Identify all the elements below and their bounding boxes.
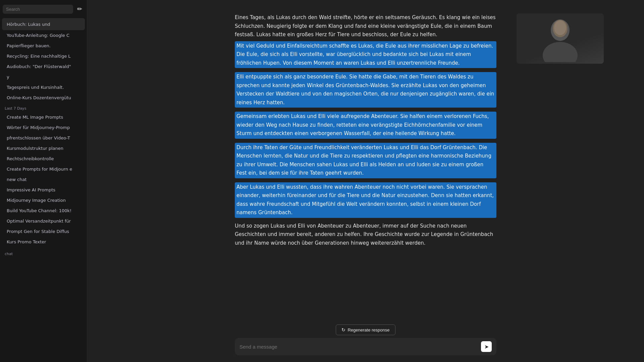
sidebar-item-build-youtube[interactable]: Build YouTube Channel: 100k! bbox=[2, 205, 85, 216]
sidebar-section-last7: Last 7 Days Create ML Image Prompts Wört… bbox=[0, 103, 87, 247]
sidebar-item-label: Build YouTube Channel: 100k! bbox=[7, 208, 71, 213]
svg-point-1 bbox=[543, 42, 578, 62]
delete-item-button[interactable]: 🗑 bbox=[74, 21, 80, 27]
chat-text-4-highlighted: Gemeinsam erlebten Lukas und Elli viele … bbox=[235, 112, 496, 139]
chat-text-2-highlighted: Mit viel Geduld und Einfallsreichtum sch… bbox=[235, 41, 496, 68]
sidebar-item-label: Prompt Gen for Stable Diffus bbox=[7, 229, 69, 234]
sidebar-item-rechtschreib[interactable]: Rechtschreibkontrolle bbox=[2, 154, 85, 164]
sidebar-item-label: Online-Kurs Dozentenvergütu bbox=[7, 95, 71, 100]
sidebar-item-label: Hörbuch: Lukas und bbox=[7, 22, 50, 27]
sidebar-item-recycling[interactable]: Recycling: Eine nachhaltige L bbox=[2, 51, 85, 61]
sidebar-item-label: y bbox=[7, 74, 9, 79]
edit-item-button[interactable]: ✏ bbox=[62, 21, 68, 27]
chat-text-5: Durch ihre Taten der Güte und Freundlich… bbox=[236, 143, 495, 178]
sidebar-item-audiobuch-lukas[interactable]: Hörbuch: Lukas und ✏ ↑ 🗑 bbox=[2, 18, 85, 30]
sidebar-item-label: Papierflieger bauen. bbox=[7, 43, 51, 48]
sidebar-top: ✏ bbox=[0, 0, 87, 17]
sidebar-item-label: Kurs Promo Texter bbox=[7, 239, 46, 244]
sidebar-item-label: YouTube-Anleitung: Google C bbox=[7, 33, 69, 38]
sidebar-item-label: Create ML Image Prompts bbox=[7, 115, 63, 120]
sidebar-item-new-chat[interactable]: new chat bbox=[2, 174, 85, 185]
sidebar-list: Hörbuch: Lukas und ✏ ↑ 🗑 YouTube-Anleitu… bbox=[0, 17, 87, 362]
sidebar-item-online-kurs[interactable]: Online-Kurs Dozentenvergütu bbox=[2, 93, 85, 103]
search-input[interactable] bbox=[6, 7, 70, 12]
sidebar-item-label: pfrentschlossen über Video-T bbox=[7, 135, 70, 140]
sidebar-item-create-ml[interactable]: Create ML Image Prompts bbox=[2, 112, 85, 122]
edit-icon: ✏ bbox=[77, 5, 82, 13]
sidebar-item-label: Impressive AI Prompts bbox=[7, 187, 55, 192]
sidebar-item-label: Rechtschreibkontrolle bbox=[7, 156, 54, 161]
chat-text-3: Elli entpuppte sich als ganz besondere E… bbox=[236, 73, 495, 107]
message-input-wrap: ➤ bbox=[235, 338, 496, 355]
send-icon: ➤ bbox=[484, 344, 489, 350]
message-input[interactable] bbox=[239, 344, 478, 350]
chat-paragraph-4: Gemeinsam erlebten Lukas und Elli viele … bbox=[235, 112, 496, 141]
refresh-icon: ↻ bbox=[341, 327, 345, 333]
svg-point-3 bbox=[554, 20, 566, 35]
new-chat-button[interactable]: ✏ bbox=[75, 3, 84, 15]
chat-text-6-highlighted: Aber Lukas und Elli wussten, dass ihre w… bbox=[235, 182, 496, 218]
search-input-wrap[interactable] bbox=[3, 5, 73, 14]
chat-text-6: Aber Lukas und Elli wussten, dass ihre w… bbox=[236, 183, 495, 217]
sidebar-item-impressive-ai[interactable]: Impressive AI Prompts bbox=[2, 185, 85, 195]
sidebar-item-kurs-promo[interactable]: Kurs Promo Texter bbox=[2, 237, 85, 247]
sidebar-item-label: Kursmodulstruktur planen bbox=[7, 146, 63, 151]
sidebar-item-tagespreis[interactable]: Tagespreis und Kursinhalt. bbox=[2, 82, 85, 93]
sidebar-item-label: Tagespreis und Kursinhalt. bbox=[7, 85, 64, 90]
sidebar-item-y[interactable]: y bbox=[2, 72, 85, 82]
person-video-feed bbox=[517, 13, 604, 64]
sidebar-item-create-prompts[interactable]: Create Prompts for Midjourn e bbox=[2, 164, 85, 174]
sidebar-item-label: Wörter für Midjourney-Promp bbox=[7, 125, 70, 130]
sidebar-item-youtube[interactable]: YouTube-Anleitung: Google C bbox=[2, 30, 85, 41]
chat-text-2: Mit viel Geduld und Einfallsreichtum sch… bbox=[236, 42, 495, 68]
sidebar-item-audiobuch-fluster[interactable]: Audiobuch: "Der Flüsterwald" bbox=[2, 61, 85, 72]
sidebar-item-label: Recycling: Eine nachhaltige L bbox=[7, 54, 71, 59]
sidebar-section-2: y Tagespreis und Kursinhalt. Online-Kurs… bbox=[0, 72, 87, 103]
sidebar-section-1: Hörbuch: Lukas und ✏ ↑ 🗑 YouTube-Anleitu… bbox=[0, 18, 87, 72]
chat-paragraph-5: Durch ihre Taten der Güte und Freundlich… bbox=[235, 143, 496, 180]
main-content: Eines Tages, als Lukas durch den Wald st… bbox=[87, 0, 644, 362]
video-thumbnail bbox=[517, 13, 604, 64]
chat-paragraph-2: Mit viel Geduld und Einfallsreichtum sch… bbox=[235, 41, 496, 70]
regenerate-button[interactable]: ↻ Regenerate response bbox=[336, 324, 395, 335]
chat-text-5-highlighted: Durch ihre Taten der Güte und Freundlich… bbox=[235, 143, 496, 178]
regenerate-label: Regenerate response bbox=[347, 327, 389, 333]
sidebar-item-papierflieger[interactable]: Papierflieger bauen. bbox=[2, 41, 85, 51]
chat-area: Eines Tages, als Lukas durch den Wald st… bbox=[87, 0, 644, 321]
sidebar-item-midjourney-image[interactable]: Midjourney Image Creation bbox=[2, 195, 85, 205]
chat-paragraph-6: Aber Lukas und Elli wussten, dass ihre w… bbox=[235, 182, 496, 220]
sidebar-section-label-last7: Last 7 Days bbox=[0, 103, 87, 112]
sidebar-bottom-label: chat bbox=[0, 247, 87, 259]
sidebar: ✏ Hörbuch: Lukas und ✏ ↑ 🗑 YouTube-Anlei… bbox=[0, 0, 87, 362]
sidebar-item-label: Create Prompts for Midjourn e bbox=[7, 167, 72, 172]
sidebar-item-kursmodulstruktur[interactable]: Kursmodulstruktur planen bbox=[2, 143, 85, 154]
chat-text-1: Eines Tages, als Lukas durch den Wald st… bbox=[235, 13, 496, 39]
chat-text-3-highlighted: Elli entpuppte sich als ganz besondere E… bbox=[235, 72, 496, 108]
sidebar-item-label: Audiobuch: "Der Flüsterwald" bbox=[7, 64, 71, 69]
chat-text-7: Und so zogen Lukas und Elli von Abenteue… bbox=[235, 222, 496, 248]
bottom-bar: ↻ Regenerate response ➤ bbox=[87, 321, 644, 362]
sidebar-item-optimal-versand[interactable]: Optimal Versandzeitpunkt für bbox=[2, 216, 85, 226]
chat-paragraph-1: Eines Tages, als Lukas durch den Wald st… bbox=[235, 13, 496, 39]
sidebar-item-pfrentschlossen[interactable]: pfrentschlossen über Video-T bbox=[2, 133, 85, 143]
sidebar-item-worter-midjourney[interactable]: Wörter für Midjourney-Promp bbox=[2, 122, 85, 133]
chat-paragraph-7: Und so zogen Lukas und Elli von Abenteue… bbox=[235, 222, 496, 248]
chat-content: Eines Tages, als Lukas durch den Wald st… bbox=[235, 13, 496, 251]
sidebar-item-label: new chat bbox=[7, 177, 26, 182]
share-item-button[interactable]: ↑ bbox=[69, 21, 73, 27]
sidebar-item-prompt-gen[interactable]: Prompt Gen for Stable Diffus bbox=[2, 226, 85, 237]
sidebar-item-label: Optimal Versandzeitpunkt für bbox=[7, 219, 71, 224]
send-button[interactable]: ➤ bbox=[481, 341, 492, 352]
sidebar-item-label: Midjourney Image Creation bbox=[7, 198, 66, 203]
chat-text-4: Gemeinsam erlebten Lukas und Elli viele … bbox=[236, 112, 495, 138]
chat-paragraph-3: Elli entpuppte sich als ganz besondere E… bbox=[235, 72, 496, 110]
